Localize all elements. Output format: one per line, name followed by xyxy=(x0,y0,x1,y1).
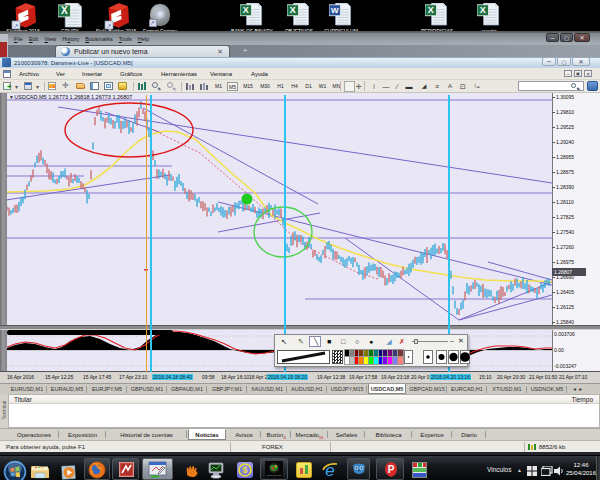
svg-text:P: P xyxy=(388,464,395,475)
svg-text:X: X xyxy=(480,5,486,15)
svg-text:X: X xyxy=(243,5,249,15)
svg-text:markets.com: markets.com xyxy=(267,474,281,477)
svg-text:$: $ xyxy=(242,465,247,475)
svg-text:X: X xyxy=(290,5,296,15)
svg-text:X: X xyxy=(428,5,434,15)
svg-text:W: W xyxy=(331,6,339,15)
svg-text:X: X xyxy=(61,5,68,16)
